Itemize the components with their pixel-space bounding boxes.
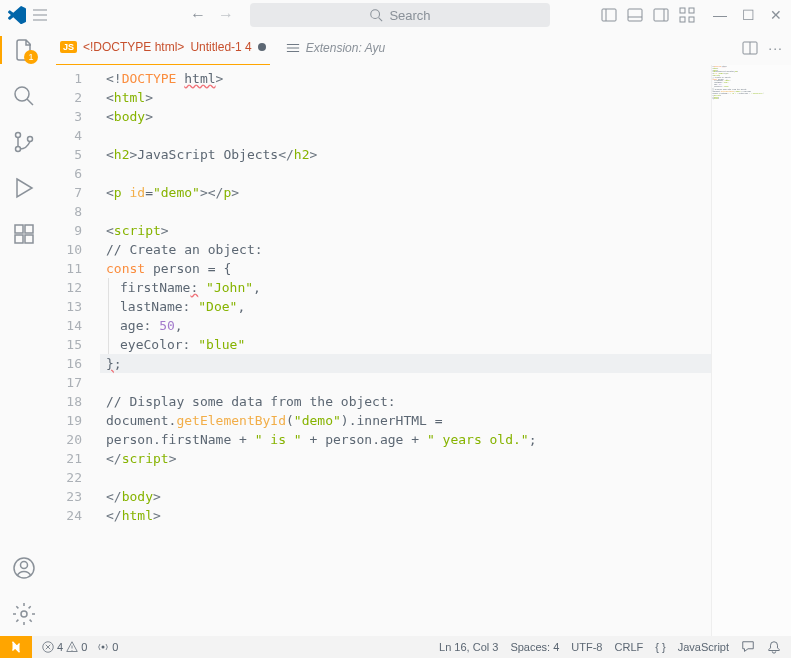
svg-rect-15 — [25, 235, 33, 243]
svg-rect-4 — [680, 8, 685, 13]
explorer-icon[interactable]: 1 — [12, 38, 36, 62]
tab-bar: JS <!DOCTYPE html> Untitled-1 4 Extensio… — [48, 30, 791, 65]
layout-panel-icon[interactable] — [627, 7, 643, 23]
tab-label: Extension: Ayu — [306, 41, 386, 55]
code-content[interactable]: <!DOCTYPE html><html><body><h2>JavaScrip… — [100, 65, 711, 636]
status-encoding[interactable]: UTF-8 — [571, 641, 602, 653]
tab-secondary: Untitled-1 4 — [190, 40, 251, 54]
run-debug-icon[interactable] — [12, 176, 36, 200]
command-center-search[interactable]: Search — [250, 3, 550, 27]
status-language[interactable]: JavaScript — [678, 641, 729, 653]
extension-icon — [286, 41, 300, 55]
line-gutter: 123456789101112131415161718192021222324 — [48, 65, 100, 636]
more-actions-icon[interactable]: ··· — [768, 40, 783, 56]
editor-body[interactable]: 123456789101112131415161718192021222324 … — [48, 65, 791, 636]
svg-point-0 — [371, 10, 380, 19]
status-problems[interactable]: 4 0 — [42, 641, 87, 653]
svg-point-21 — [102, 646, 105, 649]
svg-rect-14 — [15, 235, 23, 243]
status-bar: 4 0 0 Ln 16, Col 3 Spaces: 4 UTF-8 CRLF … — [0, 636, 791, 658]
title-bar: ← → Search — ☐ ✕ — [0, 0, 791, 30]
svg-rect-12 — [15, 225, 23, 233]
tab-active[interactable]: JS <!DOCTYPE html> Untitled-1 4 — [56, 30, 270, 65]
tab-extension-ayu[interactable]: Extension: Ayu — [282, 30, 390, 65]
search-icon[interactable] — [12, 84, 36, 108]
status-indentation[interactable]: Spaces: 4 — [510, 641, 559, 653]
svg-point-8 — [15, 87, 29, 101]
nav-forward-icon[interactable]: → — [218, 6, 234, 24]
hamburger-menu-icon[interactable] — [32, 7, 48, 23]
error-icon — [42, 641, 54, 653]
svg-point-18 — [21, 611, 27, 617]
layout-sidebar-left-icon[interactable] — [601, 7, 617, 23]
status-bell-icon[interactable] — [767, 640, 781, 654]
warning-icon — [66, 641, 78, 653]
tab-dirty-indicator — [258, 43, 266, 51]
editor-area: JS <!DOCTYPE html> Untitled-1 4 Extensio… — [48, 30, 791, 636]
activity-bar: 1 — [0, 30, 48, 636]
nav-back-icon[interactable]: ← — [190, 6, 206, 24]
js-language-badge: JS — [60, 41, 77, 53]
explorer-badge: 1 — [24, 50, 38, 64]
window-close-icon[interactable]: ✕ — [769, 8, 783, 22]
source-control-icon[interactable] — [12, 130, 36, 154]
svg-point-9 — [16, 133, 21, 138]
svg-point-11 — [28, 137, 33, 142]
tab-filename: <!DOCTYPE html> — [83, 40, 184, 54]
search-placeholder: Search — [389, 8, 430, 23]
status-language-braces[interactable]: { } — [655, 641, 665, 653]
extensions-icon[interactable] — [12, 222, 36, 246]
svg-rect-5 — [689, 8, 694, 13]
settings-gear-icon[interactable] — [12, 602, 36, 626]
svg-rect-3 — [654, 9, 668, 21]
status-feedback-icon[interactable] — [741, 640, 755, 654]
window-maximize-icon[interactable]: ☐ — [741, 8, 755, 22]
status-eol[interactable]: CRLF — [615, 641, 644, 653]
svg-point-10 — [16, 147, 21, 152]
status-cursor-position[interactable]: Ln 16, Col 3 — [439, 641, 498, 653]
svg-point-17 — [21, 562, 28, 569]
layout-customize-icon[interactable] — [679, 7, 695, 23]
search-icon — [369, 8, 383, 22]
accounts-icon[interactable] — [12, 556, 36, 580]
window-minimize-icon[interactable]: — — [713, 8, 727, 22]
status-ports[interactable]: 0 — [97, 641, 118, 653]
svg-rect-2 — [628, 9, 642, 21]
svg-rect-6 — [680, 17, 685, 22]
broadcast-icon — [97, 641, 109, 653]
nav-arrows: ← → — [190, 6, 234, 24]
minimap[interactable]: <!DOCTYPE html><html><body><h2>JavaScrip… — [711, 65, 791, 636]
svg-rect-7 — [689, 17, 694, 22]
vscode-logo-icon — [8, 6, 26, 24]
remote-indicator-icon[interactable] — [0, 636, 32, 658]
split-editor-icon[interactable] — [742, 40, 758, 56]
svg-rect-1 — [602, 9, 616, 21]
layout-sidebar-right-icon[interactable] — [653, 7, 669, 23]
svg-rect-13 — [25, 225, 33, 233]
